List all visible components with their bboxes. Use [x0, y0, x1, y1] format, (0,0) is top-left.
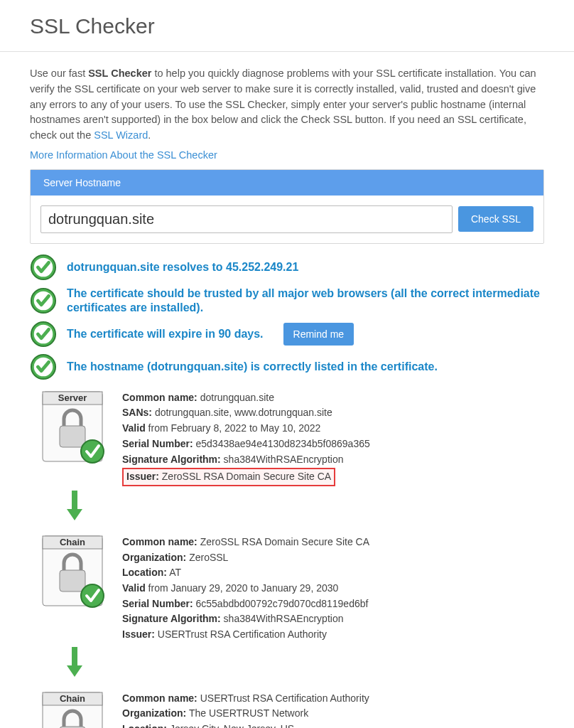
label-valid: Valid — [122, 582, 146, 594]
label-issuer: Issuer: — [126, 471, 159, 482]
check-text: The hostname (dotrungquan.site) is corre… — [67, 360, 438, 374]
value-valid: from February 8, 2022 to May 10, 2022 — [148, 422, 321, 434]
results-section: dotrungquan.site resolves to 45.252.249.… — [30, 254, 544, 728]
cert-details: Common name: USERTrust RSA Certification… — [122, 688, 369, 728]
label-sigalg: Signature Algorithm: — [122, 613, 221, 624]
checkmark-icon — [30, 321, 57, 348]
check-text: The certificate should be trusted by all… — [67, 287, 544, 315]
label-sigalg: Signature Algorithm: — [122, 454, 221, 465]
checkmark-icon — [30, 254, 57, 281]
intro-bold: SSL Checker — [88, 68, 151, 79]
issuer-highlight: Issuer: ZeroSSL RSA Domain Secure Site C… — [122, 468, 335, 486]
label-valid: Valid — [122, 422, 146, 434]
label-cn: Common name: — [122, 692, 197, 704]
check-text: dotrungquan.site resolves to 45.252.249.… — [67, 260, 298, 274]
value-location: AT — [169, 567, 181, 578]
value-valid: from January 29, 2020 to January 29, 203… — [148, 582, 339, 594]
cert-block-chain: Chain Common name: ZeroSSL RSA Domain Se… — [37, 532, 544, 643]
cert-block-server: Server Common name: dotrungquan.site SAN… — [37, 387, 544, 486]
check-row-trusted: The certificate should be trusted by all… — [30, 287, 544, 315]
value-sans: dotrungquan.site, www.dotrungquan.site — [155, 407, 332, 418]
label-cn: Common name: — [122, 392, 197, 403]
checkmark-icon — [30, 353, 57, 380]
value-cn: ZeroSSL RSA Domain Secure Site CA — [200, 536, 369, 547]
label-issuer: Issuer: — [122, 628, 155, 640]
page-header: SSL Checker — [0, 0, 574, 52]
value-issuer: ZeroSSL RSA Domain Secure Site CA — [162, 471, 331, 482]
checkmark-icon — [30, 287, 57, 314]
value-serial: 6c55abdbd00792c79d070cd8119ed6bf — [195, 598, 368, 609]
ssl-wizard-link[interactable]: SSL Wizard — [94, 129, 148, 141]
value-cn: USERTrust RSA Certification Authority — [200, 692, 369, 704]
check-text: The certificate will expire in 90 days. — [67, 327, 264, 341]
check-ssl-button[interactable]: Check SSL — [458, 206, 534, 232]
check-row-hostname: The hostname (dotrungquan.site) is corre… — [30, 353, 544, 380]
svg-text:Server: Server — [58, 392, 87, 403]
svg-marker-14 — [67, 509, 82, 520]
value-sigalg: sha384WithRSAEncryption — [224, 613, 344, 624]
check-row-resolve: dotrungquan.site resolves to 45.252.249.… — [30, 254, 544, 281]
label-serial: Serial Number: — [122, 598, 193, 609]
hostname-input[interactable] — [40, 205, 453, 233]
value-org: The USERTRUST Network — [189, 707, 308, 719]
more-info-link[interactable]: More Information About the SSL Checker — [30, 149, 217, 161]
label-location: Location: — [122, 567, 167, 578]
chain-arrow-icon — [64, 646, 544, 681]
svg-text:Chain: Chain — [60, 537, 85, 547]
value-org: ZeroSSL — [189, 552, 228, 563]
label-org: Organization: — [122, 552, 186, 563]
intro-text: Use our fast SSL Checker to help you qui… — [30, 66, 544, 144]
label-org: Organization: — [122, 707, 186, 719]
svg-rect-18 — [60, 570, 85, 592]
server-cert-icon: Server — [37, 387, 108, 486]
label-cn: Common name: — [122, 536, 197, 547]
chain-cert-icon: Chain — [37, 688, 108, 728]
page-title: SSL Checker — [30, 14, 574, 38]
check-row-expiry: The certificate will expire in 90 days. … — [30, 321, 544, 348]
value-cn: dotrungquan.site — [200, 392, 274, 403]
remind-me-button[interactable]: Remind me — [283, 323, 354, 346]
cert-details: Common name: dotrungquan.site SANs: dotr… — [122, 387, 370, 486]
intro-prefix: Use our fast — [30, 68, 88, 79]
label-location: Location: — [122, 723, 167, 728]
svg-point-19 — [81, 584, 104, 607]
value-sigalg: sha384WithRSAEncryption — [224, 454, 344, 465]
panel-header: Server Hostname — [31, 170, 543, 196]
svg-text:Chain: Chain — [60, 693, 85, 704]
chain-cert-icon: Chain — [37, 532, 108, 643]
svg-marker-21 — [67, 665, 82, 677]
cert-details: Common name: ZeroSSL RSA Domain Secure S… — [122, 532, 369, 643]
value-issuer: USERTrust RSA Certification Authority — [158, 628, 327, 640]
value-serial: e5d3438ae94e4130d8234b5f0869a365 — [195, 438, 369, 449]
chain-arrow-icon — [64, 489, 544, 525]
value-location: Jersey City, New Jersey, US — [170, 723, 294, 728]
svg-rect-11 — [60, 426, 85, 447]
hostname-panel: Server Hostname Check SSL — [30, 169, 544, 244]
intro-period: . — [148, 129, 151, 141]
label-sans: SANs: — [122, 407, 152, 418]
svg-point-12 — [81, 440, 104, 463]
label-serial: Serial Number: — [122, 438, 193, 449]
cert-block-chain: Chain Common name: USERTrust RSA Certifi… — [37, 688, 544, 728]
